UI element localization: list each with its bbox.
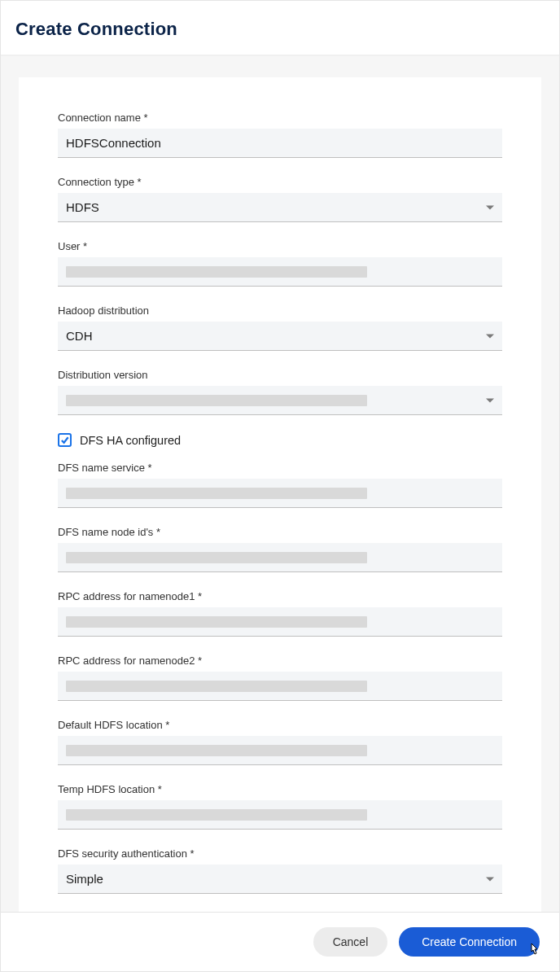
value-rpc-namenode2-redacted [66,681,367,692]
input-dfs-name-service[interactable] [58,479,502,508]
field-rpc-namenode1: RPC address for namenode1 * [58,590,502,637]
form-card: Connection name * HDFSConnection Connect… [19,77,541,912]
chevron-down-icon [486,398,494,402]
value-default-hdfs-location-redacted [66,745,367,756]
create-connection-button[interactable]: Create Connection [399,927,540,957]
label-connection-type: Connection type * [58,176,502,188]
field-distribution-version: Distribution version [58,369,502,415]
value-hadoop-distribution: CDH [66,329,93,343]
select-dfs-security-auth[interactable]: Simple [58,865,502,894]
field-connection-type: Connection type * HDFS [58,176,502,222]
label-dfs-name-node-ids: DFS name node id's * [58,526,502,538]
label-hadoop-distribution: Hadoop distribution [58,304,502,317]
input-default-hdfs-location[interactable] [58,736,502,765]
field-connection-name: Connection name * HDFSConnection [58,112,502,158]
input-connection-name[interactable]: HDFSConnection [58,129,502,158]
field-dfs-ha: DFS HA configured [58,433,502,447]
label-user: User * [58,240,502,252]
dialog-title: Create Connection [15,19,545,40]
label-dfs-security-auth: DFS security authentication * [58,847,502,860]
value-temp-hdfs-location-redacted [66,809,367,821]
label-temp-hdfs-location: Temp HDFS location * [58,783,502,795]
cursor-pointer-icon [527,942,543,960]
cancel-button[interactable]: Cancel [313,927,388,957]
dialog-header: Create Connection [1,1,559,56]
input-dfs-name-node-ids[interactable] [58,543,502,572]
field-rpc-namenode2: RPC address for namenode2 * [58,655,502,701]
select-hadoop-distribution[interactable]: CDH [58,322,502,351]
dialog-body: Connection name * HDFSConnection Connect… [1,56,559,912]
input-user[interactable] [58,257,502,287]
checkbox-dfs-ha[interactable] [58,433,72,447]
field-dfs-name-node-ids: DFS name node id's * [58,526,502,572]
label-distribution-version: Distribution version [58,369,502,381]
value-dfs-name-node-ids-redacted [66,552,367,563]
value-connection-name: HDFSConnection [66,136,161,150]
select-connection-type[interactable]: HDFS [58,193,502,222]
field-temp-hdfs-location: Temp HDFS location * [58,783,502,830]
create-connection-dialog: Create Connection Connection name * HDFS… [0,0,560,972]
value-distribution-version-redacted [66,395,367,406]
label-default-hdfs-location: Default HDFS location * [58,719,502,731]
chevron-down-icon [486,205,494,209]
input-rpc-namenode1[interactable] [58,607,502,637]
value-dfs-name-service-redacted [66,488,367,499]
field-user: User * [58,240,502,287]
select-distribution-version[interactable] [58,386,502,415]
field-dfs-security-auth: DFS security authentication * Simple [58,847,502,894]
label-dfs-name-service: DFS name service * [58,462,502,474]
input-temp-hdfs-location[interactable] [58,800,502,830]
input-rpc-namenode2[interactable] [58,672,502,701]
label-rpc-namenode2: RPC address for namenode2 * [58,655,502,667]
label-connection-name: Connection name * [58,112,502,124]
value-connection-type: HDFS [66,200,99,214]
field-hadoop-distribution: Hadoop distribution CDH [58,304,502,351]
label-dfs-ha: DFS HA configured [80,434,181,447]
check-icon [60,436,69,444]
value-user-redacted [66,266,367,278]
field-dfs-name-service: DFS name service * [58,462,502,508]
dialog-footer: Cancel Create Connection [1,912,559,971]
chevron-down-icon [486,877,494,881]
value-rpc-namenode1-redacted [66,616,367,628]
label-rpc-namenode1: RPC address for namenode1 * [58,590,502,602]
chevron-down-icon [486,334,494,338]
value-dfs-security-auth: Simple [66,872,103,886]
field-default-hdfs-location: Default HDFS location * [58,719,502,765]
